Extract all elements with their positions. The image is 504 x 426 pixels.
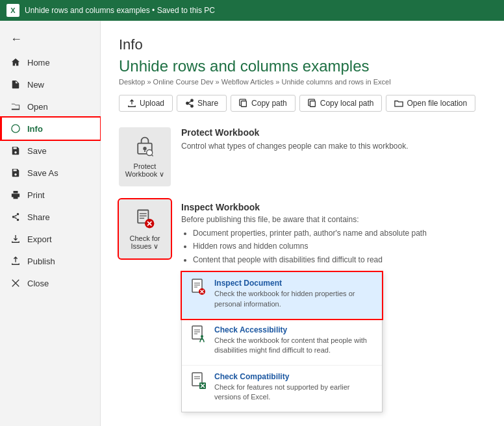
sidebar-item-export[interactable]: Export <box>0 228 100 250</box>
inspect-document-text: Inspect Document Check the workbook for … <box>214 279 374 312</box>
svg-point-10 <box>143 147 146 150</box>
check-compatibility-text: Check Compatibility Check for features n… <box>214 372 374 405</box>
app-logo: X <box>6 4 19 17</box>
home-icon <box>10 57 21 68</box>
check-accessibility-icon <box>190 325 208 344</box>
sidebar-item-info[interactable]: Info <box>0 118 100 140</box>
inspect-workbook-title: Inspect Workbook <box>181 202 427 212</box>
check-issues-icon <box>133 207 157 231</box>
protect-workbook-label: ProtectWorkbook ∨ <box>125 162 164 179</box>
share-icon <box>185 99 194 108</box>
svg-point-4 <box>191 99 194 102</box>
app-body: ← Home New Open Info <box>0 21 504 426</box>
sidebar-item-save[interactable]: Save <box>0 140 100 162</box>
sidebar-item-share[interactable]: Share <box>0 206 100 228</box>
inspect-document-title: Inspect Document <box>214 279 374 288</box>
copy-path-icon <box>239 99 248 108</box>
svg-point-32 <box>201 335 203 338</box>
svg-point-1 <box>17 213 19 216</box>
protect-workbook-section: ProtectWorkbook ∨ Protect Workbook Contr… <box>119 127 486 186</box>
sidebar-item-share-label: Share <box>27 212 50 222</box>
inspect-workbook-bullets: Document properties, printer path, autho… <box>181 227 427 266</box>
inspect-document-description: Check the workbook for hidden properties… <box>214 289 374 309</box>
page-title: Info <box>119 36 486 53</box>
copy-local-path-button[interactable]: Copy local path <box>299 95 383 112</box>
sidebar-item-print-label: Print <box>27 190 45 200</box>
sidebar-item-open-label: Open <box>27 102 48 112</box>
bullet-3: Content that people with disabilities fi… <box>193 253 427 266</box>
folder-icon <box>394 99 403 108</box>
inspect-workbook-section: Check forIssues ∨ Inspect Workbook Befor… <box>119 199 486 412</box>
svg-point-6 <box>191 105 194 108</box>
inspect-dropdown-panel: Inspect Document Check the workbook for … <box>181 271 383 412</box>
sidebar-item-info-label: Info <box>27 124 43 134</box>
protect-workbook-button[interactable]: ProtectWorkbook ∨ <box>119 127 171 186</box>
content-area: Info Unhide rows and columns examples De… <box>101 21 504 426</box>
protect-workbook-text: Protect Workbook Control what types of c… <box>181 127 409 152</box>
sidebar-item-publish[interactable]: Publish <box>0 250 100 272</box>
sidebar-item-home[interactable]: Home <box>0 51 100 73</box>
check-accessibility-title: Check Accessibility <box>214 325 374 334</box>
copy-local-path-icon <box>308 99 317 108</box>
breadcrumb: Desktop » Online Course Dev » Webflow Ar… <box>119 78 486 86</box>
check-accessibility-item[interactable]: Check Accessibility Check the workbook f… <box>182 319 382 366</box>
upload-button[interactable]: Upload <box>119 95 173 112</box>
info-icon <box>10 123 21 134</box>
bullet-2: Hidden rows and hidden columns <box>193 240 427 253</box>
back-button[interactable]: ← <box>0 27 100 51</box>
inspect-document-icon <box>190 279 208 297</box>
sidebar-item-export-label: Export <box>27 234 52 244</box>
close-icon <box>10 278 21 288</box>
check-compatibility-description: Check for features not supported by earl… <box>214 382 374 403</box>
svg-point-0 <box>12 125 19 132</box>
sidebar-item-new-label: New <box>27 80 44 90</box>
svg-point-12 <box>147 150 153 156</box>
copy-path-label: Copy path <box>251 99 287 108</box>
publish-icon <box>10 256 21 266</box>
svg-rect-7 <box>242 101 247 107</box>
export-icon <box>10 234 21 244</box>
upload-label: Upload <box>140 99 164 108</box>
protect-workbook-icon <box>133 135 157 158</box>
check-issues-label: Check forIssues ∨ <box>129 234 160 251</box>
protect-workbook-title: Protect Workbook <box>181 127 409 138</box>
svg-rect-28 <box>192 326 202 339</box>
bullet-1: Document properties, printer path, autho… <box>193 227 427 240</box>
sidebar-item-close[interactable]: Close <box>0 272 100 294</box>
check-for-issues-button[interactable]: Check forIssues ∨ <box>119 199 171 258</box>
action-buttons-row: Upload Share Copy path Copy local path O… <box>119 95 486 112</box>
svg-point-3 <box>17 219 19 221</box>
svg-point-5 <box>186 102 189 105</box>
document-title: Unhide rows and columns examples <box>119 57 486 75</box>
print-icon <box>10 190 21 200</box>
share-icon <box>10 212 21 222</box>
check-compatibility-item[interactable]: Check Compatibility Check for features n… <box>182 366 382 412</box>
sidebar-item-publish-label: Publish <box>27 257 55 266</box>
sidebar-item-close-label: Close <box>27 279 49 288</box>
check-compatibility-icon <box>190 372 208 390</box>
share-label: Share <box>197 99 218 108</box>
open-icon <box>10 101 21 112</box>
check-accessibility-description: Check the workbook for content that peop… <box>214 336 374 356</box>
sidebar-item-new[interactable]: New <box>0 73 100 95</box>
sidebar-item-save-as-label: Save As <box>27 168 58 178</box>
protect-workbook-description: Control what types of changes people can… <box>181 140 409 152</box>
titlebar-title: Unhide rows and columns examples • Saved… <box>25 6 215 15</box>
inspect-document-item[interactable]: Inspect Document Check the workbook for … <box>182 272 382 319</box>
svg-line-13 <box>151 155 153 156</box>
sidebar-item-save-label: Save <box>27 146 47 156</box>
check-accessibility-text: Check Accessibility Check the workbook f… <box>214 325 374 358</box>
new-icon <box>10 79 21 90</box>
svg-point-2 <box>12 216 15 218</box>
share-button[interactable]: Share <box>177 95 227 112</box>
copy-local-path-label: Copy local path <box>320 99 374 108</box>
sidebar-item-home-label: Home <box>27 58 50 68</box>
sidebar-item-print[interactable]: Print <box>0 184 100 206</box>
upload-icon <box>127 99 136 108</box>
sidebar: ← Home New Open Info <box>0 21 101 426</box>
open-file-location-button[interactable]: Open file location <box>386 95 475 112</box>
copy-path-button[interactable]: Copy path <box>231 95 296 112</box>
sidebar-item-save-as[interactable]: Save As <box>0 162 100 184</box>
sidebar-item-open[interactable]: Open <box>0 95 100 118</box>
svg-line-34 <box>202 338 203 340</box>
